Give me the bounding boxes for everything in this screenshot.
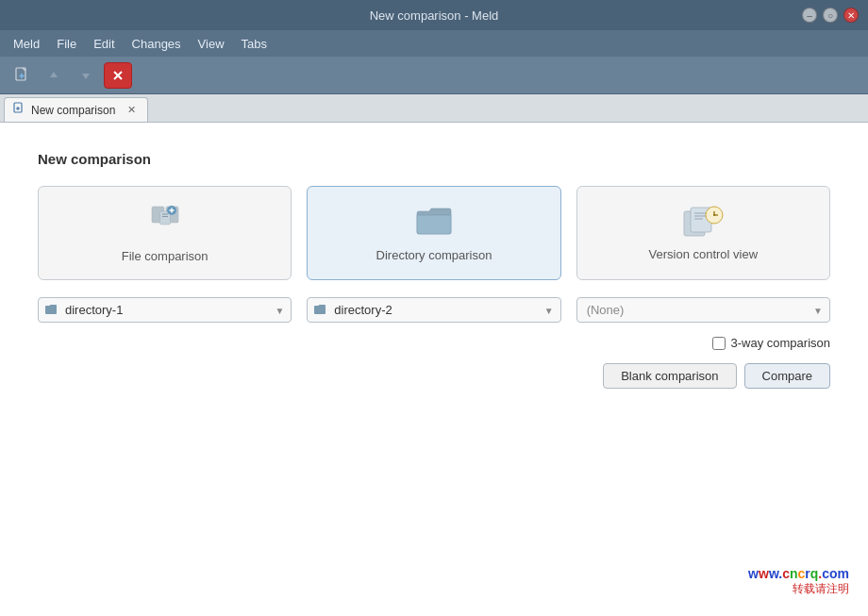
section-title: New comparison xyxy=(38,151,830,167)
stop-button[interactable] xyxy=(104,62,132,89)
watermark-url: www.cncrq.com xyxy=(748,566,849,581)
watermark-cn: c xyxy=(782,566,790,581)
close-window-button[interactable]: ✕ xyxy=(843,8,859,23)
directory-comparison-card[interactable]: Directory comparison xyxy=(307,186,560,280)
directory-comparison-label: Directory comparison xyxy=(376,248,492,262)
none-select-wrap: (None) ▼ xyxy=(576,297,830,323)
menu-edit[interactable]: Edit xyxy=(86,34,122,54)
file-comparison-icon xyxy=(146,204,184,241)
window-controls: – ○ ✕ xyxy=(802,8,859,23)
file-icon-svg xyxy=(146,204,184,241)
svg-point-25 xyxy=(713,214,715,216)
up-arrow-icon xyxy=(46,68,61,83)
new-doc-icon xyxy=(13,67,30,84)
watermark-www: w. xyxy=(769,566,782,581)
menu-view[interactable]: View xyxy=(191,34,232,54)
menu-file[interactable]: File xyxy=(49,34,84,54)
comparison-type-cards: File comparison Directory comparison xyxy=(38,186,830,280)
version-control-icon xyxy=(680,204,726,240)
watermark-n: n xyxy=(790,566,798,581)
directory-inputs-row: directory-1 ▼ directory-2 ▼ (None) ▼ xyxy=(38,297,830,323)
actions-row: Blank comparison Compare xyxy=(38,363,830,389)
menu-changes[interactable]: Changes xyxy=(125,34,189,54)
threeway-checkbox[interactable] xyxy=(712,337,726,350)
version-control-label: Version control view xyxy=(649,247,759,261)
maximize-button[interactable]: ○ xyxy=(823,8,838,23)
vc-icon-svg xyxy=(680,204,726,240)
watermark: www.cncrq.com 转载请注明 xyxy=(748,566,849,597)
version-control-card[interactable]: Version control view xyxy=(576,186,830,280)
dir2-select[interactable]: directory-2 xyxy=(307,297,560,323)
blank-comparison-button[interactable]: Blank comparison xyxy=(603,363,736,389)
scroll-down-button[interactable] xyxy=(72,62,100,89)
minimize-button[interactable]: – xyxy=(802,8,817,23)
compare-button[interactable]: Compare xyxy=(744,363,830,389)
tab-label: New comparison xyxy=(31,104,115,117)
down-arrow-icon xyxy=(78,68,93,83)
main-content: New comparison File comparison xyxy=(0,123,868,616)
watermark-ww: w xyxy=(759,566,769,581)
tab-close-button[interactable]: ✕ xyxy=(125,104,138,117)
dir1-select[interactable]: directory-1 xyxy=(38,297,292,323)
directory-comparison-icon xyxy=(413,204,455,241)
menu-tabs[interactable]: Tabs xyxy=(234,34,275,54)
dir-icon-svg xyxy=(413,204,455,238)
file-comparison-card[interactable]: File comparison xyxy=(38,186,292,280)
toolbar xyxy=(0,57,868,94)
threeway-row: 3-way comparison xyxy=(38,336,830,350)
tabbar: New comparison ✕ xyxy=(0,94,868,123)
watermark-note: 转载请注明 xyxy=(748,581,849,597)
threeway-label[interactable]: 3-way comparison xyxy=(731,336,831,350)
window-title: New comparison - Meld xyxy=(66,8,802,23)
file-comparison-label: File comparison xyxy=(122,249,209,263)
new-comparison-toolbar-button[interactable] xyxy=(8,62,36,89)
close-icon xyxy=(112,70,124,81)
watermark-w: w xyxy=(748,566,759,581)
tab-icon xyxy=(12,102,25,118)
menu-meld[interactable]: Meld xyxy=(6,34,47,54)
none-select[interactable]: (None) xyxy=(576,297,830,323)
menubar: Meld File Edit Changes View Tabs xyxy=(0,30,868,57)
new-comparison-tab[interactable]: New comparison ✕ xyxy=(4,97,148,122)
dir1-input-wrap: directory-1 ▼ xyxy=(38,297,292,323)
watermark-com: com xyxy=(822,566,849,581)
tab-doc-icon xyxy=(12,102,25,115)
scroll-up-button[interactable] xyxy=(40,62,68,89)
titlebar: New comparison - Meld – ○ ✕ xyxy=(0,0,868,30)
dir2-input-wrap: directory-2 ▼ xyxy=(307,297,560,323)
